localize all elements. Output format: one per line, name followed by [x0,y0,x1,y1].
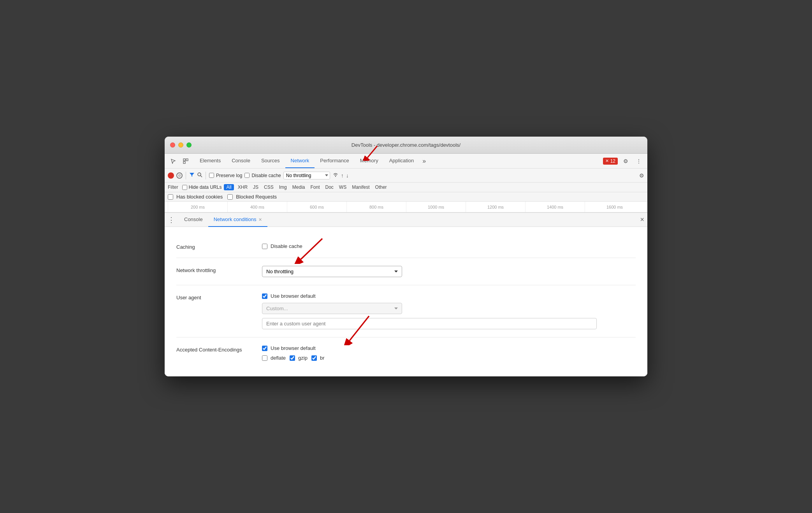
bottom-tab-close-icon[interactable]: × [259,216,262,223]
svg-rect-0 [183,159,185,161]
close-button[interactable] [170,142,175,148]
user-agent-label: User agent [176,293,262,300]
use-browser-default-encoding-checkbox[interactable]: Use browser default [262,345,636,351]
maximize-button[interactable] [186,142,192,148]
timeline-1400: 1400 ms [525,202,585,212]
more-options-icon[interactable]: ⋮ [633,156,644,167]
window-title: DevTools - developer.chrome.com/tags/dev… [352,142,460,148]
deflate-checkbox[interactable]: deflate [262,355,286,361]
content-encodings-label: Accepted Content-Encodings [176,345,262,353]
has-blocked-cookies-checkbox[interactable]: Has blocked cookies [168,194,223,200]
caching-label: Caching [176,242,262,250]
timeline-400: 400 ms [227,202,287,212]
use-browser-default-checkbox[interactable]: Use browser default [262,293,636,299]
network-throttling-content: No throttling Fast 3G Slow 3G Offline Cu… [262,266,636,277]
more-tabs-button[interactable]: » [419,158,429,165]
filter-doc[interactable]: Doc [324,184,335,190]
timeline-1600: 1600 ms [585,202,644,212]
filter-img[interactable]: Img [278,184,288,190]
filter-icon[interactable] [189,172,195,179]
network-settings-icon[interactable]: ⚙ [639,172,644,179]
traffic-lights [170,142,192,148]
tab-sources[interactable]: Sources [256,154,285,168]
upload-icon[interactable]: ↑ [341,172,344,179]
svg-rect-1 [186,159,188,161]
timeline-800: 800 ms [346,202,406,212]
tab-console[interactable]: Console [226,154,256,168]
network-toolbar: ⊘ Preserve log Disable cache No throttli… [165,169,647,183]
bottom-tab-console[interactable]: Console [179,213,208,227]
timeline-bar: 200 ms 400 ms 600 ms 800 ms 1000 ms 1200… [165,202,647,213]
content-encodings-row: Accepted Content-Encodings Use browser d… [176,337,636,369]
filter-other[interactable]: Other [374,184,388,190]
throttle-panel-dropdown[interactable]: No throttling Fast 3G Slow 3G Offline Cu… [262,266,402,277]
devtools-main-toolbar: Elements Console Sources Network Perform… [165,154,647,169]
svg-point-6 [335,176,336,177]
custom-user-agent-input[interactable] [262,318,597,329]
timeline-200: 200 ms [168,202,227,212]
inspect-icon[interactable] [180,156,191,167]
filter-ws[interactable]: WS [337,184,348,190]
svg-point-4 [198,173,201,176]
filter-manifest[interactable]: Manifest [350,184,371,190]
filter-xhr[interactable]: XHR [236,184,249,190]
title-bar: DevTools - developer.chrome.com/tags/dev… [165,137,647,154]
filter-all-badge[interactable]: All [224,184,234,190]
caching-content: Disable cache [262,243,636,249]
timeline-1200: 1200 ms [466,202,525,212]
network-throttling-row: Network throttling No throttling Fast 3G… [176,258,636,285]
disable-cache-checkbox[interactable]: Disable cache [244,173,281,178]
clear-button[interactable]: ⊘ [176,172,183,179]
svg-line-5 [200,176,202,177]
devtools-window: DevTools - developer.chrome.com/tags/dev… [165,137,647,376]
record-button[interactable] [168,172,174,179]
filter-bar: Filter Hide data URLs All XHR JS CSS Img… [165,183,647,192]
tab-performance[interactable]: Performance [315,154,354,168]
search-icon[interactable] [197,172,202,179]
user-agent-row: User agent Use browser default Custom... [176,285,636,337]
network-throttling-label: Network throttling [176,266,262,273]
preserve-log-checkbox[interactable]: Preserve log [209,173,242,178]
timeline-600: 600 ms [287,202,346,212]
filter-js[interactable]: JS [251,184,260,190]
tab-memory[interactable]: Memory [355,154,384,168]
throttle-dropdown-toolbar[interactable]: No throttling Fast 3G Slow 3G [283,172,330,179]
bottom-panel: ⋮ Console Network conditions × × Caching… [165,213,647,376]
caching-row: Caching Disable cache [176,235,636,258]
error-badge[interactable]: ✕ 12 [603,158,618,165]
filter-css[interactable]: CSS [262,184,275,190]
user-agent-content: Use browser default Custom... [262,293,636,329]
toolbar-right-actions: ✕ 12 ⚙ ⋮ [603,156,644,167]
devtools-tabs: Elements Console Sources Network Perform… [194,154,603,168]
network-conditions-panel: Caching Disable cache Network throttling… [165,227,647,376]
tab-network[interactable]: Network [285,154,315,168]
svg-rect-2 [183,162,185,163]
minimize-button[interactable] [178,142,183,148]
bottom-tabs-bar: ⋮ Console Network conditions × × [165,213,647,227]
bottom-menu-dots-icon[interactable]: ⋮ [168,216,175,224]
disable-cache-panel-checkbox[interactable]: Disable cache [262,243,636,249]
separator-1 [186,172,186,179]
wifi-icon[interactable] [332,172,339,179]
separator-2 [206,172,206,179]
custom-user-agent-dropdown[interactable]: Custom... [262,303,402,314]
content-encodings-content: Use browser default deflate gzip [262,345,636,361]
download-icon[interactable]: ↓ [346,172,349,179]
tab-application[interactable]: Application [384,154,420,168]
timeline-1000: 1000 ms [406,202,466,212]
toolbar-nav-icons [168,156,191,167]
hide-data-urls-checkbox[interactable]: Hide data URLs [182,184,222,190]
settings-gear-icon[interactable]: ⚙ [620,156,631,167]
bottom-tab-network-conditions[interactable]: Network conditions × [208,213,267,227]
filter-font[interactable]: Font [309,184,321,190]
blocked-requests-checkbox[interactable]: Blocked Requests [227,194,277,200]
tab-elements[interactable]: Elements [194,154,226,168]
close-panel-button[interactable]: × [640,216,644,224]
filter-label: Filter [168,184,178,190]
br-checkbox[interactable]: br [311,355,325,361]
gzip-checkbox[interactable]: gzip [290,355,308,361]
encoding-options: deflate gzip br [262,355,636,361]
filter-media[interactable]: Media [291,184,307,190]
checkbox-filter-bar: Has blocked cookies Blocked Requests [165,192,647,202]
cursor-icon[interactable] [168,156,179,167]
